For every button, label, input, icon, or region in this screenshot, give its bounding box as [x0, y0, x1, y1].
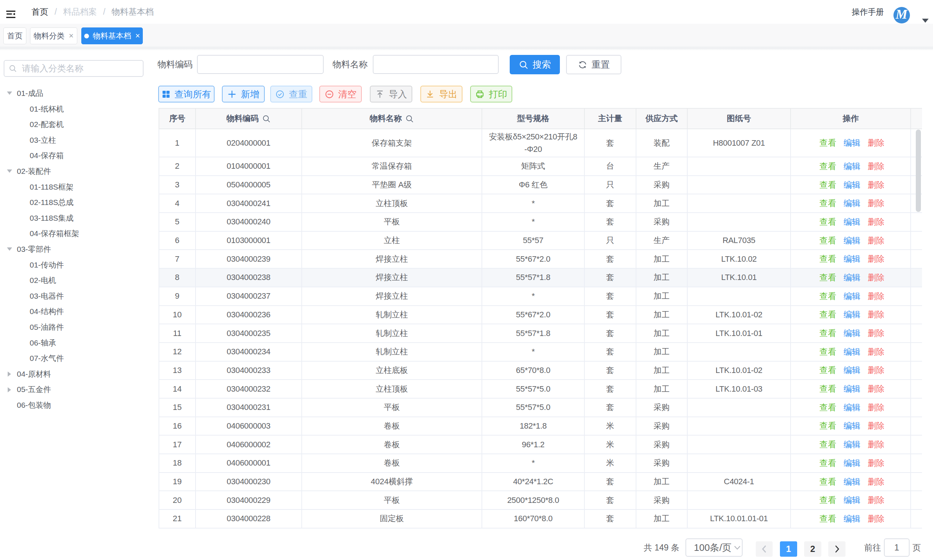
svg-text:M: M	[895, 7, 908, 22]
